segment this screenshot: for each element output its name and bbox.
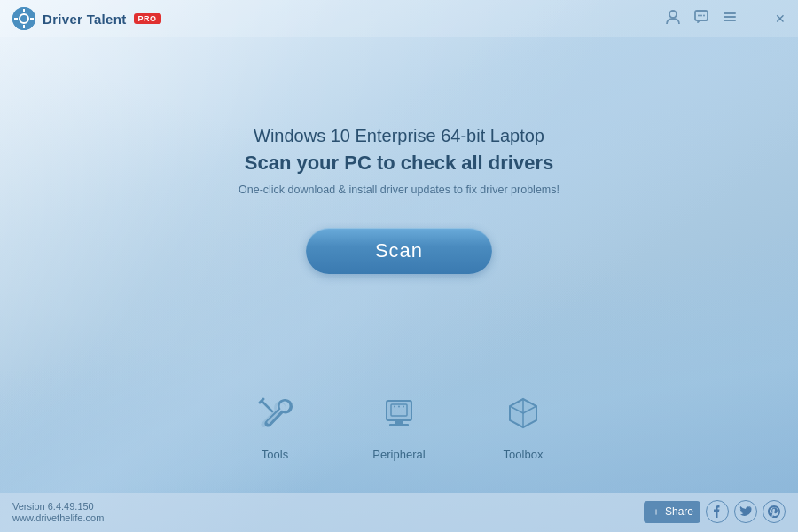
description: One-click download & install driver upda… (239, 184, 559, 196)
svg-point-20 (394, 406, 395, 408)
svg-point-9 (700, 15, 702, 17)
app-icon (12, 7, 35, 30)
minimize-button[interactable]: — (750, 12, 763, 26)
titlebar-left: Driver Talent PRO (12, 7, 161, 30)
facebook-icon[interactable] (706, 500, 729, 523)
footer-info: Version 6.4.49.150 www.drivethelife.com (12, 501, 104, 523)
menu-icon[interactable] (722, 9, 738, 28)
website-text: www.drivethelife.com (12, 512, 104, 523)
titlebar-right: — ✕ (665, 9, 786, 28)
app-title: Driver Talent (43, 12, 127, 27)
peripheral-label: Peripheral (372, 448, 425, 461)
svg-point-10 (703, 15, 705, 17)
svg-point-6 (669, 11, 677, 18)
svg-rect-11 (724, 12, 736, 14)
headline: Windows 10 Enterprise 64-bit Laptop (254, 126, 544, 146)
svg-rect-18 (395, 420, 403, 424)
share-label: Share (665, 505, 693, 518)
titlebar: Driver Talent PRO (0, 0, 798, 37)
svg-rect-13 (724, 20, 736, 21)
svg-rect-12 (724, 16, 736, 18)
share-button[interactable]: ＋ Share (644, 501, 700, 523)
toolbox-icon-item[interactable]: Toolbox (497, 387, 550, 461)
bottom-icons: Tools Peripheral Toolb (0, 387, 798, 461)
twitter-icon[interactable] (734, 500, 757, 523)
share-plus-icon: ＋ (651, 505, 661, 520)
svg-line-14 (262, 401, 272, 411)
svg-point-8 (698, 15, 700, 17)
chat-icon[interactable] (693, 9, 709, 28)
user-icon[interactable] (665, 9, 681, 28)
svg-rect-19 (389, 424, 409, 426)
peripheral-icon (372, 387, 426, 441)
footer-social: ＋ Share (644, 500, 786, 523)
pro-badge: PRO (134, 13, 161, 24)
svg-point-21 (398, 406, 400, 408)
tools-icon-item[interactable]: Tools (248, 387, 301, 461)
tools-icon (248, 387, 301, 441)
subheadline: Scan your PC to check all drivers (245, 152, 553, 175)
peripheral-icon-item[interactable]: Peripheral (372, 387, 426, 461)
toolbox-label: Toolbox (504, 448, 544, 461)
scan-button[interactable]: Scan (306, 228, 492, 274)
close-button[interactable]: ✕ (775, 12, 786, 26)
footer: Version 6.4.49.150 www.drivethelife.com … (0, 493, 798, 532)
main-content: Windows 10 Enterprise 64-bit Laptop Scan… (0, 37, 798, 274)
toolbox-icon (497, 387, 550, 441)
version-text: Version 6.4.49.150 (12, 501, 104, 512)
pinterest-icon[interactable] (763, 500, 786, 523)
tools-label: Tools (262, 448, 288, 461)
svg-point-22 (403, 406, 404, 408)
